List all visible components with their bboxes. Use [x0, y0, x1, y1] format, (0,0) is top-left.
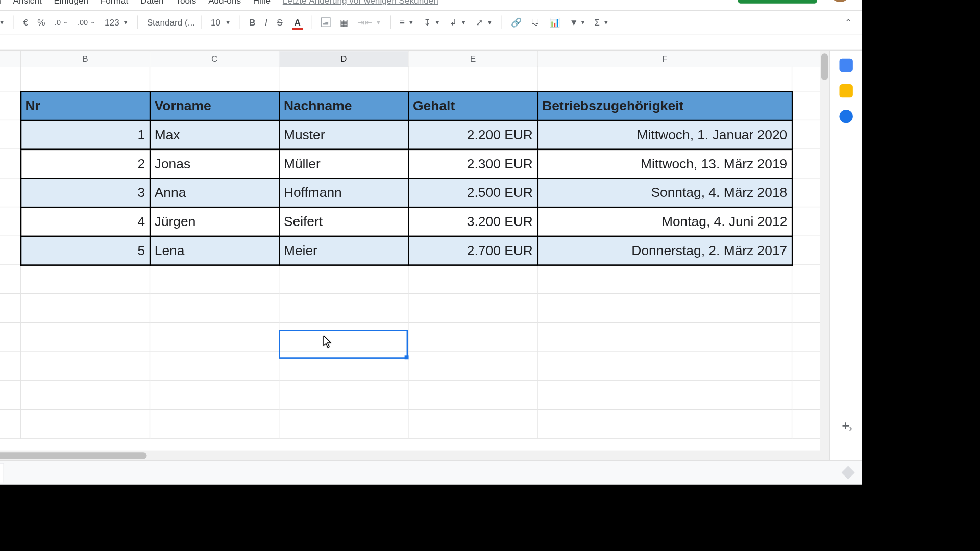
sheet-tab-active[interactable]: Daten eingeben ▼ [0, 463, 5, 482]
cell[interactable]: Montag, 4. Juni 2012 [537, 207, 792, 236]
cell[interactable] [150, 265, 279, 294]
cell[interactable] [537, 352, 792, 381]
cell[interactable]: Muster [279, 120, 408, 149]
cell[interactable] [20, 409, 150, 438]
menu-addons[interactable]: Add-ons [203, 0, 247, 7]
share-button[interactable]: 🔒 Freigeben [738, 0, 817, 4]
cell[interactable] [0, 178, 20, 207]
cell[interactable] [537, 67, 792, 91]
insert-chart-button[interactable]: 📊 [546, 14, 564, 30]
menu-daten[interactable]: Daten [135, 0, 169, 7]
cell[interactable] [408, 352, 537, 381]
cell[interactable] [0, 120, 20, 149]
cell[interactable] [279, 409, 408, 438]
cell[interactable]: Lena [150, 236, 279, 265]
cell[interactable] [408, 265, 537, 294]
cell[interactable] [537, 322, 792, 352]
col-header-d[interactable]: D [279, 51, 408, 67]
rotate-button[interactable]: ⤢▼ [473, 14, 496, 30]
menu-hilfe[interactable]: Hilfe [248, 0, 276, 7]
bold-button[interactable]: B [246, 14, 259, 30]
cell[interactable]: 4 [20, 207, 150, 236]
menu-einfuegen[interactable]: Einfügen [48, 0, 94, 7]
cell[interactable] [20, 381, 150, 410]
explore-icon[interactable] [841, 466, 854, 479]
cell[interactable]: Nachname [279, 91, 408, 120]
cell[interactable] [0, 294, 20, 323]
formula-input[interactable] [0, 34, 862, 49]
cell[interactable] [150, 409, 279, 438]
col-header-c[interactable]: C [150, 51, 279, 67]
cell[interactable] [20, 67, 150, 91]
cell[interactable] [279, 67, 408, 91]
cell[interactable] [150, 352, 279, 381]
cell[interactable] [537, 409, 792, 438]
col-header-f[interactable]: F [537, 51, 792, 67]
percent-button[interactable]: % [34, 14, 48, 30]
cell[interactable]: Jonas [150, 149, 279, 178]
strikethrough-button[interactable]: S [274, 14, 286, 30]
cell[interactable] [537, 381, 792, 410]
cell[interactable] [279, 294, 408, 323]
cell[interactable]: Meier [279, 236, 408, 265]
cell[interactable] [0, 352, 20, 381]
cell[interactable] [0, 67, 20, 91]
menu-tools[interactable]: Tools [170, 0, 202, 7]
cell[interactable] [20, 265, 150, 294]
cell[interactable] [20, 322, 150, 352]
italic-button[interactable]: I [261, 14, 271, 30]
cell[interactable]: Hoffmann [279, 178, 408, 207]
cell[interactable] [0, 207, 20, 236]
cell[interactable]: 2.500 EUR [408, 178, 537, 207]
cell[interactable] [537, 294, 792, 323]
cell[interactable] [150, 322, 279, 352]
cell[interactable]: Vorname [150, 91, 279, 120]
cell[interactable]: 2 [20, 149, 150, 178]
halign-button[interactable]: ≡▼ [396, 14, 418, 30]
cell[interactable] [279, 265, 408, 294]
font-size-select[interactable]: 10▼ [207, 14, 234, 30]
cell[interactable] [408, 381, 537, 410]
keep-icon[interactable] [839, 84, 852, 97]
cell[interactable] [279, 322, 408, 352]
wrap-button[interactable]: ↲▼ [447, 14, 470, 30]
cell[interactable] [0, 149, 20, 178]
cell[interactable] [0, 322, 20, 352]
side-panel-collapse-icon[interactable]: › [849, 422, 852, 433]
cell[interactable] [20, 352, 150, 381]
cell[interactable] [408, 409, 537, 438]
cell[interactable]: Jürgen [150, 207, 279, 236]
merge-cells-button[interactable]: ⇥⇤▼ [354, 14, 385, 30]
menu-bearbeiten[interactable]: Bearbeiten [0, 0, 6, 7]
cell[interactable] [0, 409, 20, 438]
cell[interactable]: 5 [20, 236, 150, 265]
cell[interactable]: Müller [279, 149, 408, 178]
cell[interactable]: 3 [20, 178, 150, 207]
vertical-scrollbar[interactable] [820, 51, 829, 460]
horizontal-scrollbar[interactable] [0, 451, 820, 460]
cell[interactable] [537, 265, 792, 294]
calendar-icon[interactable] [839, 59, 852, 72]
last-edit-link[interactable]: Letzte Änderung vor wenigen Sekunden [277, 0, 444, 7]
insert-comment-button[interactable]: 🗨 [528, 14, 543, 30]
cell[interactable]: 1 [20, 120, 150, 149]
cell[interactable] [279, 381, 408, 410]
cell[interactable]: Sonntag, 4. März 2018 [537, 178, 792, 207]
number-format-select[interactable]: 123▼ [101, 14, 132, 30]
cell[interactable] [20, 294, 150, 323]
cell[interactable]: Max [150, 120, 279, 149]
cell[interactable] [408, 67, 537, 91]
fill-color-button[interactable] [317, 15, 334, 30]
cell[interactable] [408, 322, 537, 352]
valign-button[interactable]: ↧▼ [420, 14, 444, 30]
menu-format[interactable]: Format [95, 0, 133, 7]
cell[interactable]: Nr [20, 91, 150, 120]
text-color-button[interactable]: A [288, 14, 306, 30]
cell[interactable] [0, 91, 20, 120]
account-avatar[interactable] [829, 0, 851, 2]
cell[interactable] [150, 294, 279, 323]
cell[interactable]: 2.200 EUR [408, 120, 537, 149]
zoom-select[interactable]: 200%▼ [0, 14, 8, 30]
tasks-icon[interactable] [839, 110, 852, 123]
cell[interactable] [150, 67, 279, 91]
